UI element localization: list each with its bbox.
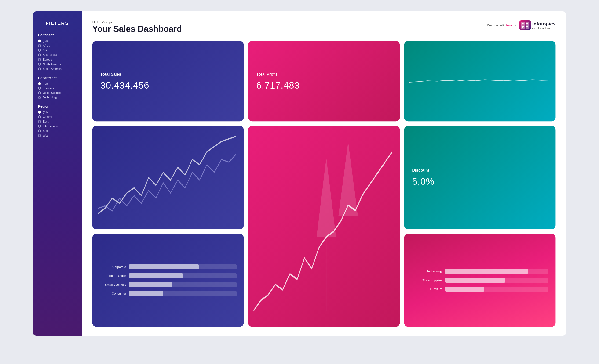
bar-row-furniture-profit: Furniture — [411, 287, 548, 292]
bar-label-small-business: Small Business — [99, 283, 126, 286]
kpi-discount-card: Discount 5,0% — [404, 126, 555, 229]
header-left: Hello Merlijn Your Sales Dashboard — [92, 20, 182, 34]
segment-bar-card: Corporate Home Office Small Business — [92, 234, 244, 327]
sparkline-card — [404, 41, 555, 121]
svg-rect-2 — [521, 25, 525, 28]
bar-track-office-supplies-profit — [445, 278, 548, 283]
designed-by-text: Designed with love by: — [487, 23, 517, 27]
region-international[interactable]: International — [38, 124, 76, 128]
bar-fill-technology-profit — [445, 269, 528, 274]
continent-label: Continent — [38, 33, 76, 37]
region-label: Region — [38, 104, 76, 108]
bar-label-office-supplies-profit: Office Supplies — [411, 279, 442, 282]
bar-fill-small-business — [129, 282, 172, 287]
bar-label-furniture-profit: Furniture — [411, 287, 442, 291]
bar-fill-consumer — [129, 291, 163, 296]
bar-label-technology-profit: Technology — [411, 270, 442, 273]
region-all[interactable]: (All) — [38, 110, 76, 114]
filter-section-department: Department (All) Furniture Office Suppli… — [38, 76, 76, 99]
bar-track-consumer — [129, 291, 237, 296]
region-central[interactable]: Central — [38, 115, 76, 118]
discount-label: Discount — [412, 168, 547, 173]
profit-line-chart-card — [248, 126, 400, 327]
filter-section-continent: Continent (All) Africa Asia Australasia … — [38, 33, 76, 71]
svg-marker-13 — [339, 142, 358, 216]
continent-europe[interactable]: Europe — [38, 58, 76, 61]
dept-technology[interactable]: Technology — [38, 96, 76, 99]
bar-label-consumer: Consumer — [99, 292, 126, 295]
region-south[interactable]: South — [38, 129, 76, 132]
greeting-text: Hello Merlijn — [92, 20, 182, 24]
brand-name: infotopics — [532, 21, 556, 27]
kpi-total-sales-card: Total Sales 30.434.456 — [92, 41, 244, 121]
total-profit-label: Total Profit — [256, 72, 392, 76]
continent-africa[interactable]: Africa — [38, 44, 76, 47]
page-title: Your Sales Dashboard — [92, 24, 182, 34]
bar-row-home-office: Home Office — [99, 273, 237, 278]
bar-fill-home-office — [129, 273, 183, 278]
region-east[interactable]: East — [38, 120, 76, 123]
bar-row-consumer: Consumer — [99, 291, 237, 296]
header-right: Designed with love by: — [487, 20, 555, 30]
bar-label-home-office: Home Office — [99, 274, 126, 278]
svg-marker-12 — [317, 158, 336, 237]
kpi-total-profit-card: Total Profit 6.717.483 — [248, 41, 400, 121]
continent-australasia[interactable]: Australasia — [38, 53, 76, 56]
header: Hello Merlijn Your Sales Dashboard Desig… — [92, 20, 556, 34]
total-sales-label: Total Sales — [100, 72, 236, 76]
total-sales-value: 30.434.456 — [100, 80, 236, 91]
bar-row-corporate: Corporate — [99, 264, 237, 269]
profit-category-bar-card: Technology Office Supplies Furniture — [404, 234, 555, 327]
bar-track-home-office — [129, 273, 237, 278]
department-label: Department — [38, 76, 76, 79]
discount-value: 5,0% — [412, 176, 547, 187]
sidebar-title: FILTERS — [38, 20, 76, 26]
filter-section-region: Region (All) Central East International … — [38, 104, 76, 137]
logo-icon — [519, 20, 531, 30]
logo-text: infotopics apps for tableau — [532, 21, 556, 29]
dept-furniture[interactable]: Furniture — [38, 86, 76, 90]
continent-south-america[interactable]: South America — [38, 67, 76, 70]
bar-fill-corporate — [129, 264, 199, 269]
bar-row-technology-profit: Technology — [411, 269, 548, 274]
bar-label-corporate: Corporate — [99, 265, 126, 269]
dept-all[interactable]: (All) — [38, 82, 76, 85]
total-profit-value: 6.717.483 — [256, 80, 392, 91]
bar-row-small-business: Small Business — [99, 282, 237, 287]
region-west[interactable]: West — [38, 134, 76, 137]
continent-asia[interactable]: Asia — [38, 48, 76, 52]
bar-fill-office-supplies-profit — [445, 278, 505, 283]
continent-north-america[interactable]: North America — [38, 62, 76, 66]
infotopics-logo: infotopics apps for tableau — [519, 20, 555, 30]
bar-fill-furniture-profit — [445, 287, 484, 292]
dept-office-supplies[interactable]: Office Supplies — [38, 91, 76, 94]
sales-line-chart-card — [92, 126, 244, 229]
continent-all[interactable]: (All) — [38, 39, 76, 42]
bar-track-technology-profit — [445, 269, 548, 274]
brand-sub: apps for tableau — [532, 27, 556, 29]
bar-track-furniture-profit — [445, 287, 548, 292]
bar-row-office-supplies-profit: Office Supplies — [411, 278, 548, 283]
bar-track-corporate — [129, 264, 237, 269]
main-content: Hello Merlijn Your Sales Dashboard Desig… — [82, 11, 566, 336]
sidebar: FILTERS Continent (All) Africa Asia Aust… — [33, 11, 82, 336]
dashboard-grid: Total Sales 30.434.456 Total Profit 6.71… — [92, 41, 556, 327]
bar-track-small-business — [129, 282, 237, 287]
